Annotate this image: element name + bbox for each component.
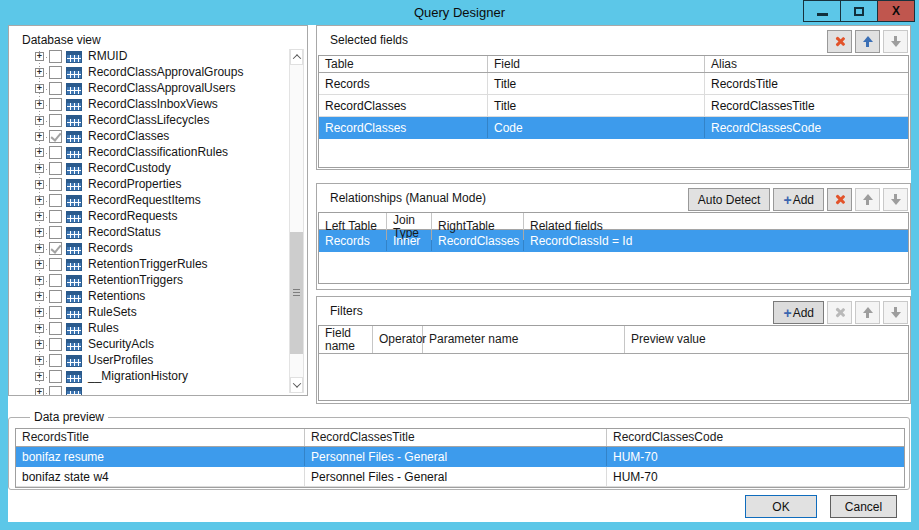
checkbox[interactable] (49, 370, 62, 383)
expand-plus-icon[interactable] (35, 308, 44, 317)
column-header[interactable]: Field (488, 56, 705, 72)
tree-item[interactable]: RetentionTriggers (9, 273, 285, 289)
expand-plus-icon[interactable] (35, 388, 44, 395)
checkbox[interactable] (49, 98, 62, 111)
tree-item[interactable]: RetentionTriggerRules (9, 257, 285, 273)
titlebar[interactable]: Query Designer X (0, 0, 919, 25)
checkbox[interactable] (49, 338, 62, 351)
tree-item[interactable]: RMUID (9, 49, 285, 65)
tree-item[interactable]: RecordClassificationRules (9, 145, 285, 161)
move-up-button[interactable] (855, 188, 880, 211)
tree-item[interactable]: __MigrationHistory (9, 369, 285, 385)
checkbox[interactable] (49, 354, 62, 367)
column-header[interactable]: Operator (373, 326, 423, 353)
delete-button[interactable] (827, 301, 852, 324)
expand-plus-icon[interactable] (35, 228, 44, 237)
checkbox[interactable] (49, 146, 62, 159)
checkbox[interactable] (49, 386, 62, 395)
tree-item[interactable]: UserProfiles (9, 353, 285, 369)
tree-item[interactable]: Rules (9, 321, 285, 337)
add-button[interactable]: +Add (773, 188, 824, 211)
checkbox[interactable] (49, 114, 62, 127)
checkbox[interactable] (49, 290, 62, 303)
checkbox[interactable] (49, 178, 62, 191)
minimize-button[interactable] (803, 0, 841, 22)
tree-item[interactable]: RecordProperties (9, 177, 285, 193)
move-up-button[interactable] (855, 30, 880, 53)
checkbox[interactable] (49, 226, 62, 239)
checkbox[interactable] (49, 306, 62, 319)
tree-item[interactable]: RecordRequestItems (9, 193, 285, 209)
expand-plus-icon[interactable] (35, 100, 44, 109)
tree-scrollbar[interactable] (289, 49, 304, 393)
move-up-button[interactable] (855, 301, 880, 324)
expand-plus-icon[interactable] (35, 116, 44, 125)
close-button[interactable]: X (877, 0, 915, 22)
expand-plus-icon[interactable] (35, 212, 44, 221)
move-down-button[interactable] (883, 30, 908, 53)
column-header[interactable]: RecordClassesCode (607, 429, 904, 446)
tree-item[interactable]: RecordClassApprovalGroups (9, 65, 285, 81)
tree-item[interactable]: RecordClassInboxViews (9, 97, 285, 113)
checkbox[interactable] (49, 322, 62, 335)
column-header[interactable]: Field name (319, 326, 373, 353)
table-row[interactable]: RecordClassesTitleRecordClassesTitle (319, 95, 908, 117)
checkbox[interactable] (49, 50, 62, 63)
expand-plus-icon[interactable] (35, 84, 44, 93)
expand-plus-icon[interactable] (35, 276, 44, 285)
move-down-button[interactable] (883, 188, 908, 211)
expand-plus-icon[interactable] (35, 324, 44, 333)
checkbox[interactable] (49, 82, 62, 95)
expand-plus-icon[interactable] (35, 180, 44, 189)
checkbox[interactable] (49, 242, 62, 255)
table-row[interactable]: RecordsInnerRecordClassesRecordClassId =… (319, 230, 908, 252)
checkbox[interactable] (49, 210, 62, 223)
delete-button[interactable] (827, 188, 852, 211)
expand-plus-icon[interactable] (35, 244, 44, 253)
expand-plus-icon[interactable] (35, 196, 44, 205)
auto-detect-button[interactable]: Auto Detect (688, 188, 771, 211)
tree-item[interactable] (9, 385, 285, 395)
tree-item[interactable]: RecordRequests (9, 209, 285, 225)
column-header[interactable]: RecordsTitle (16, 429, 305, 446)
expand-plus-icon[interactable] (35, 372, 44, 381)
checkbox[interactable] (49, 130, 62, 143)
maximize-button[interactable] (840, 0, 878, 22)
expand-plus-icon[interactable] (35, 292, 44, 301)
column-header[interactable]: Alias (705, 56, 908, 72)
expand-plus-icon[interactable] (35, 260, 44, 269)
scroll-down-button[interactable] (290, 377, 303, 393)
column-header[interactable]: Table (319, 56, 488, 72)
checkbox[interactable] (49, 162, 62, 175)
add-button[interactable]: +Add (773, 301, 824, 324)
table-row[interactable]: bonifaz resumePersonnel Files - GeneralH… (16, 447, 904, 467)
expand-plus-icon[interactable] (35, 68, 44, 77)
tree-item[interactable]: Records (9, 241, 285, 257)
tree-item[interactable]: RecordStatus (9, 225, 285, 241)
scrollbar-thumb[interactable] (290, 232, 303, 354)
column-header[interactable]: Preview value (625, 326, 908, 353)
move-down-button[interactable] (883, 301, 908, 324)
ok-button[interactable]: OK (745, 495, 817, 518)
tree-item[interactable]: RecordCustody (9, 161, 285, 177)
tree-item[interactable]: SecurityAcls (9, 337, 285, 353)
expand-plus-icon[interactable] (35, 132, 44, 141)
checkbox[interactable] (49, 194, 62, 207)
cancel-button[interactable]: Cancel (830, 495, 897, 518)
tree-item[interactable]: Retentions (9, 289, 285, 305)
expand-plus-icon[interactable] (35, 148, 44, 157)
table-row[interactable]: bonifaz state w4Personnel Files - Genera… (16, 467, 904, 487)
expand-plus-icon[interactable] (35, 52, 44, 61)
column-header[interactable]: Parameter name (423, 326, 625, 353)
delete-button[interactable] (827, 30, 852, 53)
tree-item[interactable]: RecordClassApprovalUsers (9, 81, 285, 97)
tree-item[interactable]: RecordClasses (9, 129, 285, 145)
column-header[interactable]: RecordClassesTitle (305, 429, 607, 446)
expand-plus-icon[interactable] (35, 164, 44, 173)
tree-item[interactable]: RuleSets (9, 305, 285, 321)
expand-plus-icon[interactable] (35, 356, 44, 365)
expand-plus-icon[interactable] (35, 340, 44, 349)
table-row[interactable]: RecordsTitleRecordsTitle (319, 73, 908, 95)
table-row[interactable]: RecordClassesCodeRecordClassesCode (319, 117, 908, 139)
scroll-up-button[interactable] (290, 49, 303, 65)
